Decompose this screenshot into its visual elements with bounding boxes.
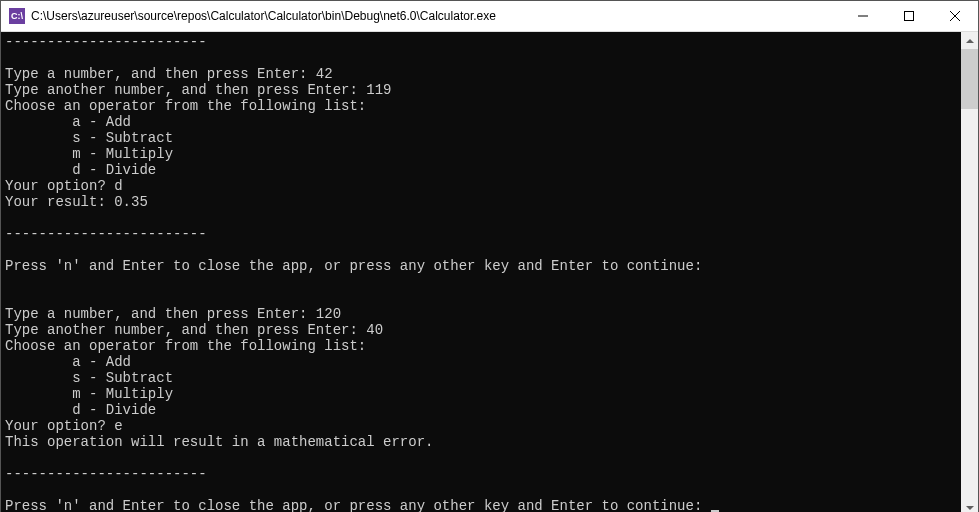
console-line: s - Subtract [5, 370, 957, 386]
console-line: This operation will result in a mathemat… [5, 434, 957, 450]
scrollbar-thumb[interactable] [961, 49, 978, 109]
app-icon: C:\ [9, 8, 25, 24]
console-line: a - Add [5, 354, 957, 370]
console-line: Type another number, and then press Ente… [5, 82, 957, 98]
close-button[interactable] [932, 1, 978, 31]
console-line: ------------------------ [5, 466, 957, 482]
console-line: Press 'n' and Enter to close the app, or… [5, 498, 957, 512]
console-line: a - Add [5, 114, 957, 130]
scrollbar-track[interactable] [961, 49, 978, 499]
svg-marker-5 [966, 506, 974, 510]
console-line: Choose an operator from the following li… [5, 98, 957, 114]
console-line [5, 50, 957, 66]
console-line: Your option? e [5, 418, 957, 434]
maximize-button[interactable] [886, 1, 932, 31]
console-line [5, 290, 957, 306]
console-line: d - Divide [5, 162, 957, 178]
scroll-down-button[interactable] [961, 499, 978, 512]
scroll-up-button[interactable] [961, 32, 978, 49]
titlebar: C:\ C:\Users\azureuser\source\repos\Calc… [1, 1, 978, 32]
console-window: C:\ C:\Users\azureuser\source\repos\Calc… [0, 0, 979, 512]
window-controls [840, 1, 978, 31]
console-line: Type a number, and then press Enter: 120 [5, 306, 957, 322]
svg-rect-1 [905, 12, 914, 21]
window-title: C:\Users\azureuser\source\repos\Calculat… [31, 9, 840, 23]
console-line [5, 242, 957, 258]
console-line [5, 450, 957, 466]
console-area: ------------------------Type a number, a… [1, 32, 978, 512]
console-line: ------------------------ [5, 34, 957, 50]
console-line [5, 274, 957, 290]
console-output[interactable]: ------------------------Type a number, a… [1, 32, 961, 512]
svg-marker-4 [966, 39, 974, 43]
minimize-button[interactable] [840, 1, 886, 31]
console-line: s - Subtract [5, 130, 957, 146]
console-line: Type another number, and then press Ente… [5, 322, 957, 338]
console-line: m - Multiply [5, 146, 957, 162]
console-line: Your option? d [5, 178, 957, 194]
console-line: Your result: 0.35 [5, 194, 957, 210]
console-line: Press 'n' and Enter to close the app, or… [5, 258, 957, 274]
console-line: Type a number, and then press Enter: 42 [5, 66, 957, 82]
console-line [5, 210, 957, 226]
console-line [5, 482, 957, 498]
vertical-scrollbar[interactable] [961, 32, 978, 512]
console-line: ------------------------ [5, 226, 957, 242]
console-line: Choose an operator from the following li… [5, 338, 957, 354]
console-line: m - Multiply [5, 386, 957, 402]
console-line: d - Divide [5, 402, 957, 418]
